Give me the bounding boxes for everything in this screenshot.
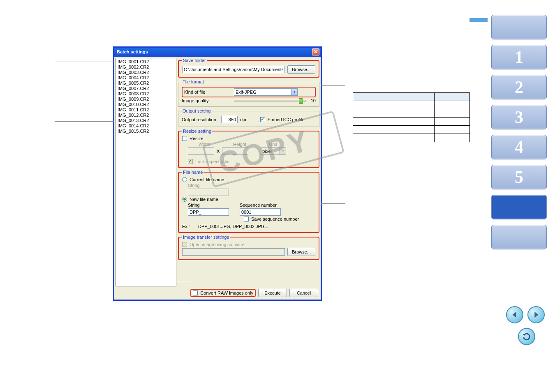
open-image-checkbox[interactable] [182,242,187,247]
file-list-item[interactable]: IMG_0013.CR2 [118,118,174,123]
unit-select: pixel ▾ [261,148,286,155]
kind-of-file-select[interactable]: Exif-JPEG ▾ [234,88,298,96]
chapter-blank-button[interactable] [491,15,547,39]
embed-icc-label: Embed ICC profile [268,117,305,122]
output-resolution-label: Output resolution [182,117,219,122]
execute-button[interactable]: Execute [258,289,287,297]
unit-label: Unit [259,142,287,147]
chapter-3-button[interactable]: 3 [491,105,547,129]
save-folder-legend: Save folder [182,58,207,63]
current-string-input [188,189,229,196]
chapter-5-button[interactable]: 5 [491,165,547,189]
file-list-item[interactable]: IMG_0004.CR2 [118,75,174,81]
resize-setting-legend: Resize setting [182,129,212,134]
dialog-title: Batch settings [117,49,148,54]
save-sequence-label: Save sequence number [251,217,299,221]
chapter-2-button[interactable]: 2 [491,75,547,99]
new-file-name-label: New file name [190,197,218,202]
sequence-number-label: Sequence number [240,203,277,208]
titlebar: Batch settings ✕ [114,48,321,57]
leader-line [321,85,345,86]
next-page-button[interactable] [527,306,545,323]
accent-bar [469,18,488,22]
file-list-item[interactable]: IMG_0014.CR2 [118,123,174,129]
save-folder-path[interactable] [182,66,285,73]
image-transfer-group: Image transfer settings Open image using… [178,235,319,260]
file-list-item[interactable]: IMG_0012.CR2 [118,113,174,118]
file-list-item[interactable]: IMG_0008.CR2 [118,91,174,97]
save-folder-group: Save folder Browse... [178,58,319,78]
file-list-item[interactable]: IMG_0003.CR2 [118,70,174,75]
file-list-item[interactable]: IMG_0009.CR2 [118,97,174,102]
leader-line [106,282,190,282]
image-quality-slider[interactable] [234,100,306,101]
resize-setting-group: Resize setting Resize Width Height Unit … [178,129,319,168]
chevron-down-icon: ▾ [280,148,286,154]
page-nav [506,306,545,323]
image-quality-label: Image quality [182,98,229,103]
lock-aspect-checkbox [188,159,193,164]
height-input [222,148,248,155]
close-icon[interactable]: ✕ [312,48,319,55]
open-image-label: Open image using software [190,242,245,247]
chapter-blank-button[interactable] [491,195,547,219]
browse-save-folder-button[interactable]: Browse... [287,65,315,74]
width-label: Width [188,142,221,147]
resize-checkbox[interactable] [182,136,187,141]
resize-label: Resize [190,136,204,141]
height-label: Height [223,142,256,147]
chapter-blank-button[interactable] [491,225,547,249]
file-format-group: File format Kind of file Exif-JPEG ▾ Ima… [178,79,319,107]
unit-value: pixel [262,149,272,154]
convert-raw-only-checkbox[interactable] [193,291,198,295]
leader-line [321,66,345,66]
width-input [188,148,214,155]
leader-line [64,144,113,144]
file-list-item[interactable]: IMG_0010.CR2 [118,102,174,107]
leader-line [55,121,114,122]
leader-line [321,203,345,204]
callout-table [353,92,470,142]
file-list-item[interactable]: IMG_0011.CR2 [118,107,174,113]
sequence-number-input[interactable] [240,208,281,216]
string-label-2: String [188,203,237,208]
output-resolution-unit: dpi [240,117,246,122]
browse-software-button[interactable]: Browse... [287,248,315,256]
chapter-4-button[interactable]: 4 [491,135,547,159]
file-list-item[interactable]: IMG_0002.CR2 [118,65,174,70]
prev-page-button[interactable] [506,306,523,323]
save-sequence-checkbox[interactable] [244,217,249,221]
batch-settings-dialog: Batch settings ✕ IMG_0001.CR2IMG_0002.CR… [113,46,322,301]
example-label: Ex.: [182,224,190,229]
file-list[interactable]: IMG_0001.CR2IMG_0002.CR2IMG_0003.CR2IMG_… [116,58,176,286]
current-file-name-label: Current file name [190,177,224,182]
new-string-input[interactable] [188,208,229,216]
cancel-button[interactable]: Cancel [289,289,318,297]
chapter-1-button[interactable]: 1 [491,45,547,69]
file-list-item[interactable]: IMG_0007.CR2 [118,86,174,91]
kind-of-file-value: Exif-JPEG [236,90,257,95]
file-name-group: File name Current file name String New f… [178,170,319,233]
image-quality-value: 10 [311,98,316,103]
kind-of-file-label: Kind of file [184,90,231,95]
current-file-name-radio[interactable] [182,177,187,182]
output-resolution-input[interactable] [221,116,238,123]
new-file-name-radio[interactable] [182,197,187,202]
output-setting-legend: Output setting [182,108,212,113]
chevron-down-icon: ▾ [291,89,297,95]
file-name-legend: File name [182,170,204,175]
string-label-1: String [188,183,200,188]
output-setting-group: Output setting Output resolution dpi Emb… [178,108,319,127]
leader-line [321,257,345,257]
file-list-item[interactable]: IMG_0005.CR2 [118,81,174,86]
embed-icc-checkbox[interactable] [260,117,265,122]
file-format-legend: File format [182,79,205,84]
chapter-nav: 12345 [491,15,547,255]
example-value: DPP_0001.JPG, DPP_0002.JPG... [198,224,268,229]
x-label: X [217,149,220,154]
file-list-item[interactable]: IMG_0015.CR2 [118,129,174,134]
software-path-input [182,248,285,256]
return-button[interactable] [518,328,535,345]
convert-raw-only-label: Convert RAW images only [200,291,253,295]
file-list-item[interactable]: IMG_0001.CR2 [118,59,174,65]
